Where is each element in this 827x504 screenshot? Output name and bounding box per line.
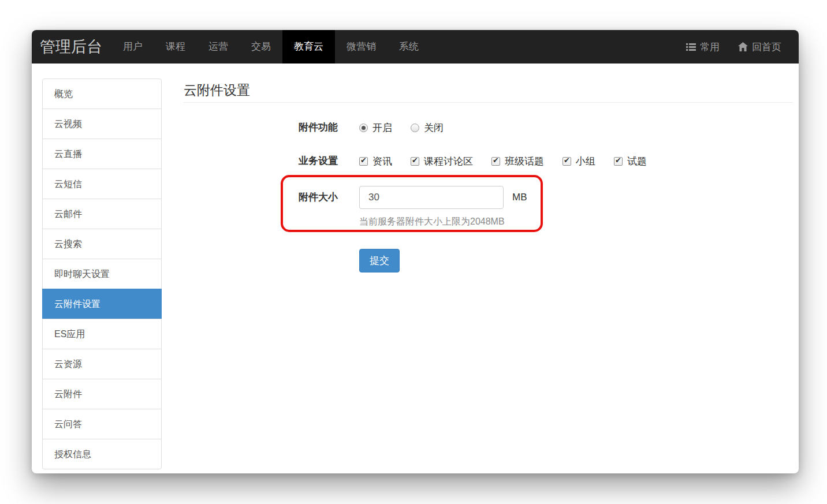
attachment-size-row: 附件大小 MB 当前服务器附件大小上限为2048MB: [184, 186, 793, 228]
sidebar: 概览 云视频 云直播 云短信 云邮件 云搜索 即时聊天设置 云附件设置 ES应用…: [42, 79, 162, 469]
sidebar-item-cloud-email[interactable]: 云邮件: [42, 199, 162, 229]
radio-on-label: 开启: [372, 121, 392, 135]
navbar-right-group: 常用 回首页: [677, 30, 799, 64]
brand-title[interactable]: 管理后台: [32, 30, 111, 64]
radio-option-off[interactable]: 关闭: [411, 121, 444, 135]
checkbox-course-discussion[interactable]: [411, 157, 419, 166]
attachment-size-line: MB: [359, 186, 527, 209]
nav-item-education-cloud[interactable]: 教育云: [282, 30, 335, 64]
sidebar-item-authorization[interactable]: 授权信息: [42, 439, 162, 469]
nav-common-label: 常用: [700, 40, 720, 54]
sidebar-item-cloud-qa[interactable]: 云问答: [42, 409, 162, 439]
business-settings-row: 业务设置 资讯 课程讨论区 班级话题: [184, 154, 793, 169]
checkbox-test-questions-label: 试题: [627, 155, 647, 168]
checkbox-groups[interactable]: [562, 157, 571, 166]
checkbox-option-news[interactable]: 资讯: [359, 155, 392, 168]
nav-item-home[interactable]: 回首页: [729, 30, 791, 64]
checkbox-option-groups[interactable]: 小组: [562, 155, 595, 168]
sidebar-item-es-app[interactable]: ES应用: [42, 319, 162, 349]
nav-item-common[interactable]: 常用: [677, 30, 729, 64]
sidebar-item-cloud-resources[interactable]: 云资源: [42, 349, 162, 379]
attachment-function-row: 附件功能 开启 关闭: [184, 120, 793, 135]
checkbox-course-discussion-label: 课程讨论区: [424, 155, 473, 168]
checkbox-option-course-discussion[interactable]: 课程讨论区: [411, 155, 473, 168]
attachment-function-options: 开启 关闭: [359, 121, 462, 135]
radio-off[interactable]: [411, 124, 419, 132]
radio-off-label: 关闭: [424, 121, 444, 135]
sidebar-item-cloud-attachment[interactable]: 云附件: [42, 379, 162, 409]
sidebar-item-cloud-live[interactable]: 云直播: [42, 139, 162, 169]
attachment-size-unit: MB: [512, 192, 527, 203]
top-navbar: 管理后台 用户 课程 运营 交易 教育云 微营销 系统 常用: [32, 30, 799, 64]
checkbox-news-label: 资讯: [372, 155, 392, 168]
nav-item-micro-marketing[interactable]: 微营销: [335, 30, 388, 64]
attachment-size-hint: 当前服务器附件大小上限为2048MB: [359, 216, 527, 228]
sidebar-item-cloud-search[interactable]: 云搜索: [42, 229, 162, 259]
nav-item-users[interactable]: 用户: [111, 30, 154, 64]
submit-row: 提交: [184, 249, 793, 272]
checkbox-class-topics[interactable]: [491, 157, 500, 166]
nav-item-operations[interactable]: 运营: [197, 30, 240, 64]
sidebar-item-instant-chat[interactable]: 即时聊天设置: [42, 259, 162, 289]
checkbox-test-questions[interactable]: [614, 157, 623, 166]
attachment-size-input[interactable]: [359, 186, 504, 209]
list-icon: [686, 43, 696, 51]
body-row: 概览 云视频 云直播 云短信 云邮件 云搜索 即时聊天设置 云附件设置 ES应用…: [32, 64, 799, 469]
attachment-size-control: MB 当前服务器附件大小上限为2048MB: [359, 186, 527, 228]
sidebar-item-cloud-attachment-settings[interactable]: 云附件设置: [42, 289, 162, 319]
business-settings-label: 业务设置: [184, 154, 359, 169]
main-content: 云附件设置 附件功能 开启 关闭: [184, 79, 793, 272]
radio-on[interactable]: [359, 124, 368, 132]
checkbox-option-class-topics[interactable]: 班级话题: [491, 155, 544, 168]
nav-item-courses[interactable]: 课程: [154, 30, 197, 64]
nav-item-system[interactable]: 系统: [388, 30, 430, 64]
sidebar-item-overview[interactable]: 概览: [42, 79, 162, 109]
attachment-settings-form: 附件功能 开启 关闭 业务设置: [184, 103, 793, 272]
nav-item-trade[interactable]: 交易: [240, 30, 282, 64]
attachment-function-label: 附件功能: [184, 120, 359, 135]
page-title: 云附件设置: [184, 83, 793, 103]
attachment-size-label: 附件大小: [184, 186, 359, 209]
radio-option-on[interactable]: 开启: [359, 121, 392, 135]
business-settings-options: 资讯 课程讨论区 班级话题 小组: [359, 155, 665, 168]
nav-home-label: 回首页: [752, 40, 781, 54]
checkbox-class-topics-label: 班级话题: [505, 155, 544, 168]
submit-button[interactable]: 提交: [359, 249, 400, 272]
checkbox-option-test-questions[interactable]: 试题: [614, 155, 647, 168]
admin-page-card: 管理后台 用户 课程 运营 交易 教育云 微营销 系统 常用: [32, 30, 799, 473]
home-icon: [738, 42, 748, 51]
checkbox-groups-label: 小组: [576, 155, 595, 168]
checkbox-news[interactable]: [359, 157, 368, 166]
sidebar-item-cloud-sms[interactable]: 云短信: [42, 169, 162, 199]
sidebar-item-cloud-video[interactable]: 云视频: [42, 109, 162, 139]
